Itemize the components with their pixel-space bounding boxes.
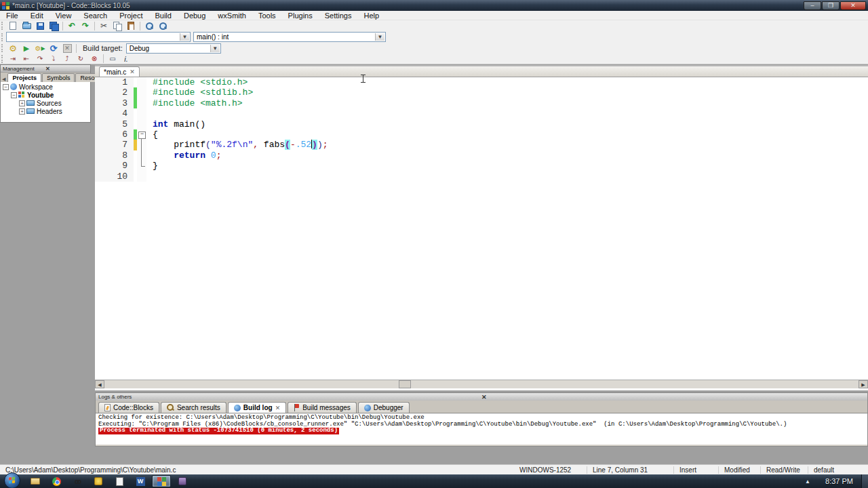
editor-tab-main-c[interactable]: *main.c ✕ (99, 66, 140, 77)
restore-button[interactable]: ❐ (822, 1, 840, 10)
code-line[interactable]: 9} (95, 161, 868, 171)
menu-settings[interactable]: Settings (319, 11, 358, 20)
chevron-down-icon[interactable]: ▼ (210, 45, 220, 52)
code-editor[interactable]: 1#include <stdio.h>2#include <stdlib.h>3… (95, 77, 868, 382)
undo-button[interactable]: ↶ (66, 21, 78, 31)
stop-debugger-button[interactable]: ⊗ (88, 54, 100, 64)
replace-button[interactable] (157, 21, 169, 31)
taskbar-item-notepad[interactable] (110, 475, 129, 487)
find-button[interactable] (143, 21, 155, 31)
open-file-button[interactable] (20, 21, 33, 31)
build-target-combo[interactable]: Debug ▼ (126, 43, 221, 54)
build-and-run-button[interactable]: ⚙▶ (34, 43, 46, 54)
chevron-down-icon[interactable]: ▼ (375, 33, 384, 41)
menu-search[interactable]: Search (77, 11, 113, 20)
scope-combo[interactable]: ▼ (6, 32, 191, 42)
code-line[interactable]: 6{ (95, 129, 868, 140)
tab-close-icon[interactable]: ✕ (275, 405, 281, 411)
logs-close-icon[interactable]: ✕ (481, 394, 865, 401)
scrollbar-track[interactable] (104, 380, 859, 388)
logs-caption[interactable]: Logs & others ✕ (96, 393, 867, 401)
editor-hscrollbar[interactable]: ◀ ▶ (95, 380, 868, 388)
tree-item-sources[interactable]: +Sources (1, 99, 90, 107)
build-button[interactable]: ⚙ (7, 43, 19, 54)
step-into-button[interactable]: ⤵ (47, 54, 60, 64)
new-file-button[interactable] (7, 21, 19, 31)
tab-build-log[interactable]: Build log ✕ (228, 402, 286, 413)
tree-item-headers[interactable]: +Headers (1, 107, 90, 115)
rebuild-button[interactable]: ⟳ (47, 43, 60, 54)
start-button[interactable] (4, 472, 20, 488)
taskbar-item-word[interactable]: W (131, 475, 150, 487)
next-instruction-button[interactable]: ↻ (75, 54, 87, 64)
run-button[interactable]: ▶ (20, 43, 33, 54)
scroll-right-icon[interactable]: ▶ (859, 380, 868, 388)
tree-item-youtube[interactable]: −Youtube (1, 91, 90, 99)
close-button[interactable]: ✕ (840, 1, 866, 10)
menu-build[interactable]: Build (149, 11, 177, 20)
management-close-icon[interactable]: ✕ (45, 66, 88, 72)
menu-project[interactable]: Project (113, 11, 149, 20)
taskbar-item-explorer[interactable] (26, 475, 45, 487)
tab-debugger[interactable]: Debugger (358, 402, 410, 413)
collapse-icon[interactable]: − (11, 92, 17, 98)
taskbar-item-recorder[interactable]: oo (68, 475, 87, 487)
menu-tools[interactable]: Tools (252, 11, 282, 20)
tab-label: Code::Blocks (113, 404, 153, 411)
taskbar-item-chrome[interactable] (47, 475, 66, 487)
minimize-button[interactable]: – (804, 1, 821, 10)
taskbar-item-codeblocks[interactable] (152, 475, 171, 487)
paste-button[interactable] (125, 21, 137, 31)
code-line[interactable]: 3#include <math.h> (95, 98, 868, 108)
redo-button[interactable]: ↷ (79, 21, 92, 31)
menu-wxsmith[interactable]: wxSmith (212, 11, 252, 20)
scrollbar-thumb[interactable] (399, 380, 411, 388)
taskbar-clock[interactable]: 8:37 PM (817, 477, 861, 485)
code-line[interactable]: 7 printf("%.2f\n", fabs(-.52)); (95, 140, 868, 150)
debugging-windows-button[interactable]: ▭ (106, 54, 119, 64)
management-caption[interactable]: Management ✕ (1, 65, 90, 73)
tab-build-messages[interactable]: Build messages (288, 402, 357, 413)
code-line[interactable]: 2#include <stdlib.h> (95, 87, 868, 98)
copy-button[interactable] (111, 21, 123, 31)
scroll-left-icon[interactable]: ◀ (95, 380, 104, 388)
taskbar-item-messenger[interactable] (89, 475, 108, 487)
debug-info-button[interactable]: i. (120, 54, 132, 64)
chevron-down-icon[interactable]: ▼ (180, 33, 189, 41)
menu-view[interactable]: View (50, 11, 78, 20)
taskbar-item-misc[interactable] (173, 475, 192, 487)
run-to-cursor-button[interactable]: ⇤ (20, 54, 33, 64)
tab-symbols[interactable]: Symbols (42, 73, 75, 82)
menu-file[interactable]: File (0, 11, 24, 20)
save-all-button[interactable] (47, 21, 60, 31)
tab-scroll-left-icon[interactable]: ◀ (1, 77, 7, 82)
abort-button[interactable]: ✕ (61, 43, 73, 54)
next-line-button[interactable]: ↷ (34, 54, 46, 64)
tray-expand-icon[interactable]: ▲ (798, 479, 817, 485)
menu-debug[interactable]: Debug (178, 11, 212, 20)
step-out-button[interactable]: ⤴ (61, 54, 73, 64)
editor-tab-close-icon[interactable]: ✕ (130, 68, 135, 75)
code-line[interactable]: 10 (95, 171, 868, 182)
tab-codeblocks-log[interactable]: Code::Blocks (98, 402, 159, 413)
collapse-icon[interactable]: − (3, 84, 9, 90)
tab-projects[interactable]: Projects (7, 73, 41, 82)
code-line[interactable]: 5int main() (95, 119, 868, 129)
save-button[interactable] (34, 21, 46, 31)
expand-icon[interactable]: + (19, 108, 25, 115)
menu-plugins[interactable]: Plugins (282, 11, 319, 20)
function-combo[interactable]: main() : int ▼ (193, 32, 386, 42)
code-line[interactable]: 1#include <stdio.h> (95, 77, 868, 87)
show-desktop-button[interactable] (861, 474, 868, 488)
tab-search-results[interactable]: Search results (161, 402, 226, 413)
menu-help[interactable]: Help (357, 11, 385, 20)
cut-button[interactable]: ✂ (98, 21, 110, 31)
expand-icon[interactable]: + (19, 100, 25, 106)
tree-item-workspace[interactable]: −Workspace (1, 83, 90, 91)
fold-collapse-icon[interactable] (137, 129, 146, 140)
debug-continue-button[interactable]: ⇥ (7, 54, 19, 64)
menu-edit[interactable]: Edit (24, 11, 50, 20)
code-line[interactable]: 4 (95, 108, 868, 119)
code-line[interactable]: 8 return 0; (95, 150, 868, 161)
build-log-output[interactable]: Checking for existence: C:\Users\Adam\De… (96, 413, 867, 445)
